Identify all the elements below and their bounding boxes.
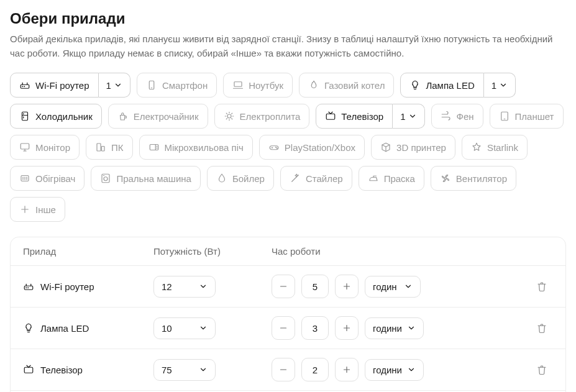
chip-microwave[interactable]: Мікрохвильова піч: [139, 135, 253, 160]
time-cell: 2 години: [272, 358, 516, 381]
chip-label: ПК: [111, 142, 124, 153]
router-icon: [19, 80, 30, 91]
chip-count-wifi[interactable]: 1: [99, 73, 130, 98]
chip-label: Бойлер: [232, 173, 265, 184]
delete-button[interactable]: [531, 317, 553, 339]
delete-button[interactable]: [531, 358, 553, 381]
fridge-icon: [19, 111, 30, 122]
chip-label: Монітор: [35, 142, 70, 153]
chip-label: Фен: [457, 111, 474, 122]
chip-smartphone[interactable]: Смартфон: [137, 73, 217, 98]
chip-label: Wi-Fi роутер: [35, 80, 89, 91]
decrement-button[interactable]: [272, 316, 295, 340]
chip-stove[interactable]: Електроплита: [214, 104, 310, 129]
chip-styler[interactable]: Стайлер: [280, 166, 352, 191]
unit-select[interactable]: годин: [365, 276, 421, 298]
power-select[interactable]: 75: [153, 359, 216, 381]
gamepad-icon: [268, 142, 280, 153]
unit-select[interactable]: години: [365, 359, 424, 381]
actions-cell: [516, 358, 553, 381]
unit-select[interactable]: години: [365, 317, 424, 339]
chip-other[interactable]: Інше: [10, 197, 65, 222]
time-cell: 5 годин: [272, 275, 516, 298]
col-device: Прилад: [23, 246, 153, 257]
chip-count-value: 1: [491, 80, 496, 91]
chip-printer3d[interactable]: 3D принтер: [371, 135, 455, 160]
chip-count-lampled[interactable]: 1: [484, 73, 516, 98]
chip-starlink[interactable]: Starlink: [462, 135, 528, 160]
tablet-icon: [499, 111, 510, 122]
chip-label: Холодильник: [35, 111, 93, 122]
hours-value-box[interactable]: 3: [301, 316, 329, 340]
col-time: Час роботи: [272, 246, 516, 257]
chip-lampled[interactable]: Лампа LED: [400, 73, 483, 98]
chip-group-wifi: Wi-Fi роутер 1: [10, 73, 130, 98]
monitor-icon: [19, 142, 30, 153]
device-cell: Wi-Fi роутер: [23, 281, 153, 292]
decrement-button[interactable]: [272, 358, 295, 381]
power-select[interactable]: 12: [153, 276, 216, 298]
chip-washer[interactable]: Пральна машина: [91, 166, 201, 191]
chip-console[interactable]: PlayStation/Xbox: [259, 135, 365, 160]
flame-icon: [308, 80, 319, 91]
chip-fan[interactable]: Вентилятор: [431, 166, 516, 191]
kettle-icon: [117, 111, 129, 122]
chevron-down-icon: [408, 112, 417, 121]
device-table: Прилад Потужність (Вт) Час роботи Wi-Fi …: [10, 237, 566, 392]
actions-cell: [516, 317, 553, 339]
chevron-down-icon: [199, 365, 208, 374]
chip-count-value: 1: [400, 111, 405, 122]
power-select[interactable]: 10: [153, 317, 216, 339]
chevron-down-icon: [499, 81, 508, 89]
droplet-icon: [216, 173, 227, 184]
plus-icon: [19, 204, 30, 215]
chip-fridge[interactable]: Холодильник: [10, 104, 102, 129]
chip-gasboiler[interactable]: Газовий котел: [299, 73, 394, 98]
minus-icon: [278, 281, 289, 292]
chip-group-tv: Телевізор 1: [316, 104, 424, 129]
power-value: 12: [162, 281, 172, 292]
chip-label: Праска: [384, 173, 415, 184]
wand-icon: [290, 173, 301, 184]
table-row: Лампа LED 10 3 години: [11, 307, 565, 349]
chip-iron[interactable]: Праска: [359, 166, 424, 191]
chip-label: Лампа LED: [426, 80, 474, 91]
chip-count-tv[interactable]: 1: [393, 104, 424, 129]
hours-value-box[interactable]: 2: [301, 358, 329, 381]
plus-icon: [341, 322, 352, 334]
chip-tv[interactable]: Телевізор: [316, 104, 393, 129]
minus-icon: [278, 364, 289, 375]
chip-label: Смартфон: [162, 80, 208, 91]
delete-button[interactable]: [531, 275, 553, 298]
chevron-down-icon: [114, 81, 122, 89]
power-value: 10: [162, 323, 172, 334]
increment-button[interactable]: [335, 316, 359, 340]
plus-icon: [341, 281, 352, 292]
wind-icon: [441, 111, 452, 122]
chip-label: Вентилятор: [456, 173, 507, 184]
chip-tablet[interactable]: Планшет: [490, 104, 564, 129]
col-power: Потужність (Вт): [153, 246, 272, 257]
tv-icon: [23, 364, 34, 375]
page-subtitle: Обирай декілька приладів, які плануєш жи…: [10, 32, 566, 60]
chip-label: Ноутбук: [249, 80, 283, 91]
chip-pc[interactable]: ПК: [86, 135, 133, 160]
chip-laptop[interactable]: Ноутбук: [223, 73, 293, 98]
chip-kettle[interactable]: Електрочайник: [108, 104, 208, 129]
chip-count-value: 1: [106, 80, 111, 91]
hours-value-box[interactable]: 5: [301, 275, 329, 298]
minus-icon: [278, 322, 289, 334]
decrement-button[interactable]: [272, 275, 295, 298]
chip-boiler[interactable]: Бойлер: [207, 166, 274, 191]
chip-label: Планшет: [515, 111, 554, 122]
chip-hairdryer[interactable]: Фен: [431, 104, 483, 129]
increment-button[interactable]: [335, 358, 359, 381]
chip-heater[interactable]: Обігрівач: [10, 166, 85, 191]
increment-button[interactable]: [335, 275, 359, 298]
chip-wifi[interactable]: Wi-Fi роутер: [10, 73, 99, 98]
device-cell: Лампа LED: [23, 322, 153, 334]
chip-label: Пральна машина: [116, 173, 191, 184]
chip-label: 3D принтер: [396, 142, 446, 153]
chip-monitor[interactable]: Монітор: [10, 135, 80, 160]
power-cell: 75: [153, 359, 272, 381]
